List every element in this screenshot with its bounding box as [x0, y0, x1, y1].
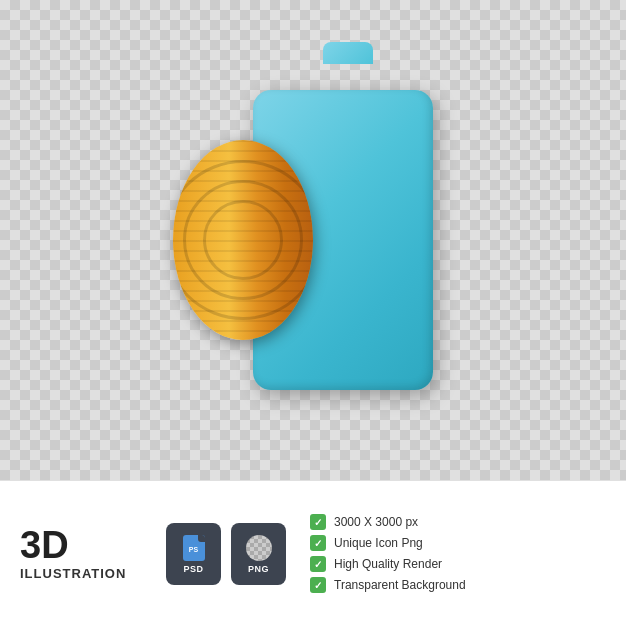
check-icon-resolution	[310, 514, 326, 530]
check-icon-transparent	[310, 577, 326, 593]
badge-png: PNG	[231, 523, 286, 585]
camera-top-bump	[323, 42, 373, 64]
camera-lens	[173, 140, 313, 340]
camera-3d-illustration	[153, 60, 473, 420]
feature-text-quality: High Quality Render	[334, 557, 442, 571]
feature-row-unique: Unique Icon Png	[310, 535, 606, 551]
image-area	[0, 0, 626, 480]
badge-psd-label: PSD	[183, 564, 203, 574]
badge-png-label: PNG	[248, 564, 269, 574]
info-features: 3000 X 3000 pxUnique Icon PngHigh Qualit…	[302, 514, 606, 593]
feature-row-resolution: 3000 X 3000 px	[310, 514, 606, 530]
feature-row-quality: High Quality Render	[310, 556, 606, 572]
feature-text-resolution: 3000 X 3000 px	[334, 515, 418, 529]
label-3d: 3D	[20, 526, 69, 564]
feature-text-unique: Unique Icon Png	[334, 536, 423, 550]
feature-text-transparent: Transparent Background	[334, 578, 466, 592]
png-transparency-icon	[246, 535, 272, 561]
png-icon	[245, 534, 273, 562]
check-icon-unique	[310, 535, 326, 551]
info-panel: 3D ILLUSTRATION PS PSD PNG	[0, 480, 626, 626]
main-container: 3D ILLUSTRATION PS PSD PNG	[0, 0, 626, 626]
info-left: 3D ILLUSTRATION	[20, 526, 150, 581]
feature-row-transparent: Transparent Background	[310, 577, 606, 593]
info-badges: PS PSD PNG	[166, 523, 286, 585]
ps-document-icon: PS	[183, 535, 205, 561]
lens-body	[173, 140, 313, 340]
psd-icon: PS	[180, 534, 208, 562]
label-illustration: ILLUSTRATION	[20, 566, 126, 581]
badge-psd: PS PSD	[166, 523, 221, 585]
lens-ring-3	[203, 200, 283, 280]
check-icon-quality	[310, 556, 326, 572]
